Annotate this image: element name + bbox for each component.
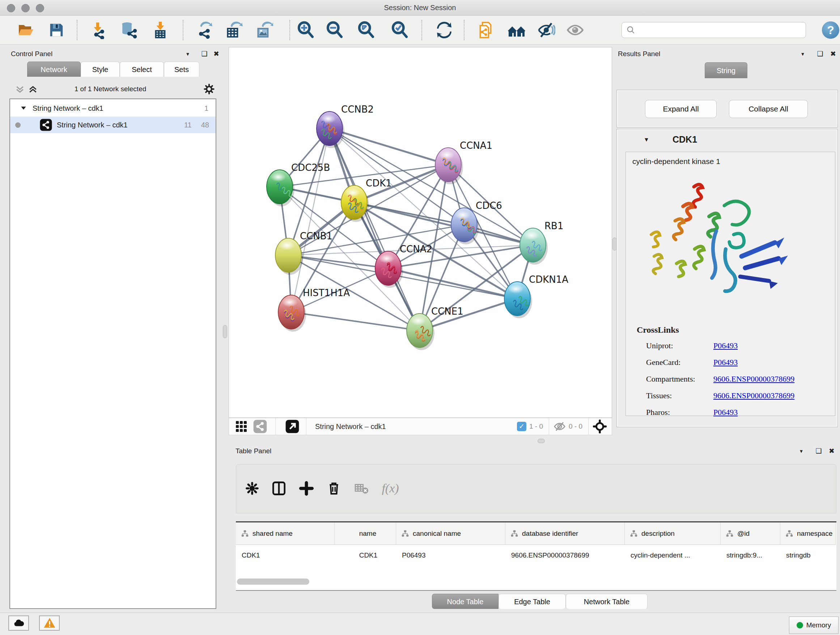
delete-column-icon[interactable] bbox=[323, 477, 345, 500]
new-network-from-selection-icon[interactable] bbox=[476, 21, 495, 40]
panel-float-icon[interactable] bbox=[199, 47, 210, 61]
gene-section-header[interactable]: CDK1 bbox=[617, 132, 837, 150]
share-view-icon[interactable] bbox=[253, 419, 267, 434]
table-row[interactable]: CDK1CDK1P064939606.ENSP00000378699cyclin… bbox=[236, 545, 836, 566]
column-header-description[interactable]: description bbox=[625, 523, 721, 545]
hide-selected-eye-slash-icon[interactable] bbox=[537, 21, 556, 40]
network-node-CCNB2[interactable]: CCNB2 bbox=[317, 104, 374, 148]
selected-checkbox[interactable] bbox=[517, 422, 526, 431]
gene-disclosure-icon[interactable] bbox=[644, 136, 649, 143]
table-cell[interactable]: 9606.ENSP00000378699 bbox=[505, 545, 625, 566]
birdseye-crosshair-icon[interactable] bbox=[593, 420, 607, 433]
export-image-icon[interactable] bbox=[255, 21, 273, 40]
network-view-canvas[interactable]: CCNB2CCNA1CDC25BCDK1CDC6RB1CCNB1CCNA2CDK… bbox=[229, 47, 612, 418]
left-splitter-handle[interactable] bbox=[223, 325, 227, 338]
tab-sets[interactable]: Sets bbox=[164, 62, 199, 77]
export-table-icon[interactable] bbox=[224, 21, 243, 40]
collection-disclosure-icon[interactable] bbox=[20, 105, 27, 111]
crosslink-link[interactable]: P06493 bbox=[714, 358, 737, 374]
network-node-HIST1H1A[interactable]: HIST1H1A bbox=[278, 287, 350, 332]
zoom-selected-icon[interactable] bbox=[390, 21, 409, 40]
window-zoom-button[interactable] bbox=[36, 4, 44, 12]
column-header-name[interactable]: name bbox=[335, 523, 396, 545]
column-header-namespace[interactable]: namespace bbox=[780, 523, 836, 545]
horizontal-scrollbar-thumb[interactable] bbox=[237, 578, 309, 585]
tab-node-table[interactable]: Node Table bbox=[432, 594, 499, 609]
column-header-canonical-name[interactable]: canonical name bbox=[396, 523, 505, 545]
table-cell[interactable]: stringdb:9... bbox=[721, 545, 780, 566]
export-network-icon[interactable] bbox=[195, 21, 214, 40]
cloud-icon[interactable] bbox=[8, 616, 29, 631]
bottom-splitter-handle[interactable] bbox=[538, 439, 545, 443]
open-session-icon[interactable] bbox=[17, 21, 35, 40]
network-edge-HIST1H1A-CCNE1[interactable] bbox=[291, 312, 420, 331]
tab-edge-table[interactable]: Edge Table bbox=[499, 594, 566, 609]
delete-table-icon[interactable] bbox=[351, 477, 372, 500]
network-collection-row[interactable]: String Network – cdk1 1 bbox=[10, 100, 216, 117]
tab-network[interactable]: Network bbox=[27, 62, 81, 77]
network-edge-CCNB2-CCNA1[interactable] bbox=[330, 128, 448, 165]
apply-preferred-layout-icon[interactable] bbox=[435, 21, 454, 40]
crosslink-link[interactable]: P06493 bbox=[714, 341, 737, 358]
first-neighbors-icon[interactable] bbox=[507, 21, 526, 40]
crosslink-link[interactable]: P06493 bbox=[714, 408, 737, 424]
panel-close-icon[interactable] bbox=[826, 444, 837, 458]
tab-style[interactable]: Style bbox=[81, 62, 120, 77]
network-node-CCNA1[interactable]: CCNA1 bbox=[435, 140, 493, 184]
tab-network-table[interactable]: Network Table bbox=[566, 594, 647, 609]
table-cell[interactable]: P06493 bbox=[396, 545, 505, 566]
import-network-from-file-icon[interactable] bbox=[88, 21, 107, 40]
zoom-fit-content-icon[interactable] bbox=[357, 21, 376, 40]
column-header-label: name bbox=[359, 530, 377, 538]
panel-minimize-icon[interactable] bbox=[797, 47, 808, 61]
collapse-all-button[interactable]: Collapse All bbox=[729, 100, 808, 118]
grid-view-icon[interactable] bbox=[235, 420, 248, 433]
import-table-from-file-icon[interactable] bbox=[151, 21, 170, 40]
zoom-in-icon[interactable] bbox=[296, 21, 315, 40]
warning-icon[interactable] bbox=[39, 616, 60, 631]
tab-string[interactable]: String bbox=[705, 62, 747, 78]
table-cell[interactable]: CDK1 bbox=[236, 545, 335, 566]
table-settings-gear-icon[interactable] bbox=[241, 477, 263, 500]
column-header-database-identifier[interactable]: database identifier bbox=[505, 523, 625, 545]
tab-select[interactable]: Select bbox=[120, 62, 164, 77]
panel-float-icon[interactable] bbox=[813, 444, 824, 458]
panel-minimize-icon[interactable] bbox=[796, 444, 807, 458]
memory-button[interactable]: Memory bbox=[789, 616, 838, 634]
panel-close-icon[interactable] bbox=[211, 47, 222, 61]
search-input[interactable] bbox=[636, 23, 806, 37]
network-row[interactable]: String Network – cdk1 11 48 bbox=[10, 117, 216, 133]
help-icon[interactable] bbox=[822, 21, 839, 39]
window-minimize-button[interactable] bbox=[21, 4, 30, 12]
network-status-dot bbox=[15, 122, 21, 128]
panel-close-icon[interactable] bbox=[828, 47, 838, 61]
save-session-icon[interactable] bbox=[47, 21, 66, 40]
show-all-eye-icon[interactable] bbox=[566, 21, 584, 40]
show-column-icon[interactable] bbox=[268, 477, 290, 500]
network-node-CCNE1[interactable]: CCNE1 bbox=[407, 306, 463, 350]
function-builder-icon[interactable]: f(x) bbox=[379, 477, 401, 500]
network-options-gear-icon[interactable] bbox=[203, 83, 215, 95]
window-close-button[interactable] bbox=[7, 4, 15, 12]
table-cell[interactable]: cyclin-dependent ... bbox=[625, 545, 721, 566]
network-node-RB1[interactable]: RB1 bbox=[520, 220, 563, 264]
app-statusbar: Memory bbox=[0, 613, 840, 635]
expand-all-button[interactable]: Expand All bbox=[645, 100, 717, 118]
import-network-from-database-icon[interactable] bbox=[119, 21, 138, 40]
zoom-out-icon[interactable] bbox=[325, 21, 344, 40]
open-in-new-window-icon[interactable] bbox=[285, 419, 300, 434]
network-node-CDKN1A[interactable]: CDKN1A bbox=[504, 274, 568, 318]
main-toolbar bbox=[0, 16, 840, 44]
table-cell[interactable]: stringdb bbox=[780, 545, 836, 566]
panel-float-icon[interactable] bbox=[815, 47, 826, 61]
panel-minimize-icon[interactable] bbox=[182, 47, 193, 61]
crosslink-link[interactable]: 9606.ENSP00000378699 bbox=[714, 391, 794, 408]
add-column-icon[interactable] bbox=[295, 477, 317, 500]
network-node-label: CCNB2 bbox=[341, 104, 374, 115]
crosslink-link[interactable]: 9606.ENSP00000378699 bbox=[714, 374, 794, 391]
table-cell[interactable]: CDK1 bbox=[335, 545, 396, 566]
column-header-shared-name[interactable]: shared name bbox=[236, 523, 335, 545]
column-header-@id[interactable]: @id bbox=[721, 523, 780, 545]
gene-name: CDK1 bbox=[673, 134, 697, 145]
network-edge-CCNB2-CCNE1[interactable] bbox=[330, 128, 420, 331]
